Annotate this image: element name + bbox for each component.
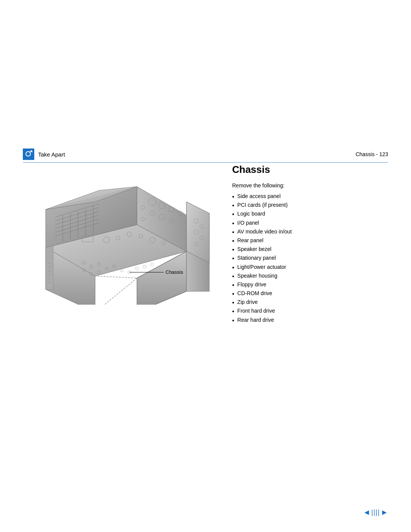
list-item: Rear panel — [232, 236, 388, 245]
nav-arrows: ◄ |||| ► — [363, 508, 388, 517]
list-item: Rear hard drive — [232, 316, 388, 325]
next-arrow[interactable]: ► — [381, 508, 388, 517]
list-item: Speaker bezel — [232, 245, 388, 254]
text-area: Chassis Remove the following: Side acces… — [232, 160, 388, 325]
list-item: Front hard drive — [232, 307, 388, 316]
list-item: CD-ROM drive — [232, 289, 388, 298]
bullet-list: Side access panelPCI cards (if present)L… — [232, 192, 388, 325]
nav-bars[interactable]: |||| — [371, 508, 380, 516]
page-container: Take Apart Chassis - 123 — [0, 0, 411, 532]
svg-rect-50 — [49, 278, 50, 279]
svg-rect-51 — [49, 282, 50, 283]
section-title: Chassis — [232, 164, 388, 176]
chassis-diagram: Chassis — [23, 160, 221, 312]
list-item: Speaker housing — [232, 272, 388, 281]
list-item: Stationary panel — [232, 254, 388, 263]
list-item: Floppy drive — [232, 281, 388, 289]
header-page: Chassis - 123 — [355, 151, 388, 157]
header-left: Take Apart — [23, 149, 65, 160]
list-item: I/O panel — [232, 219, 388, 228]
list-item: Logic board — [232, 210, 388, 219]
list-item: Side access panel — [232, 192, 388, 201]
list-item: PCI cards (if present) — [232, 201, 388, 210]
take-apart-icon — [23, 149, 34, 160]
svg-rect-47 — [49, 267, 50, 268]
diagram-area: Chassis — [23, 160, 221, 320]
svg-text:Chassis: Chassis — [166, 269, 183, 275]
content-area: Chassis Chassis Remove the following: Si… — [23, 160, 388, 325]
svg-rect-49 — [49, 274, 50, 275]
header-title: Take Apart — [38, 151, 65, 158]
svg-point-62 — [135, 267, 139, 270]
svg-point-60 — [120, 269, 123, 272]
svg-rect-48 — [49, 270, 50, 272]
svg-point-64 — [151, 263, 154, 266]
prev-arrow[interactable]: ◄ — [363, 508, 371, 517]
list-item: Zip drive — [232, 298, 388, 307]
svg-point-63 — [143, 265, 146, 268]
intro-text: Remove the following: — [232, 182, 388, 189]
list-item: Light/Power actuator — [232, 263, 388, 272]
svg-rect-46 — [49, 263, 50, 264]
list-item: AV module video in/out — [232, 228, 388, 236]
svg-point-0 — [26, 152, 30, 156]
